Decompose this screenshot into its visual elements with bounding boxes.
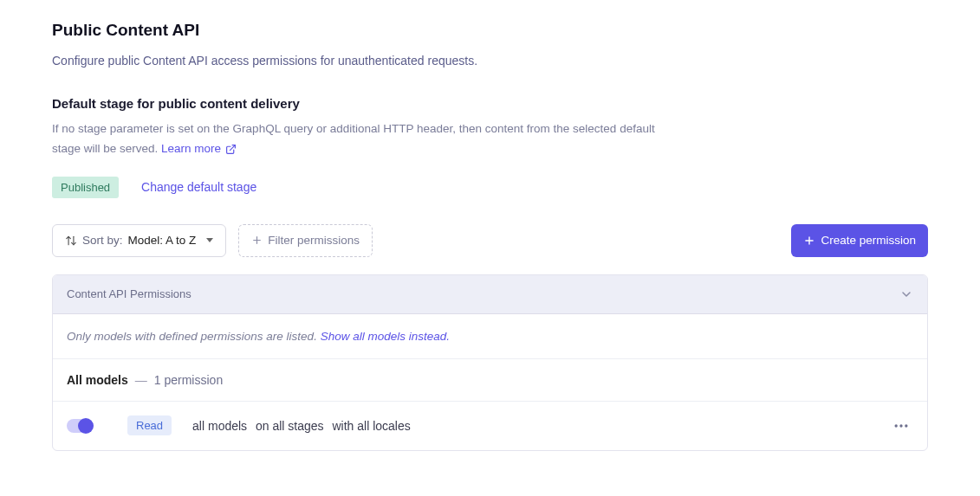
learn-more-link[interactable]: Learn more	[161, 139, 237, 159]
permission-row: Read all models on all stages with all l…	[53, 402, 927, 450]
svg-point-5	[895, 424, 898, 427]
permissions-panel: Content API Permissions Only models with…	[52, 274, 928, 451]
default-stage-description: If no stage parameter is set on the Grap…	[52, 119, 659, 159]
show-all-models-link[interactable]: Show all models instead.	[321, 330, 450, 343]
scope-stages: on all stages	[256, 419, 324, 433]
permission-group-row: All models — 1 permission	[53, 359, 927, 402]
toggle-knob	[78, 418, 94, 434]
page-title: Public Content API	[52, 21, 928, 40]
chevron-down-icon	[206, 238, 213, 242]
sort-value: Model: A to Z	[128, 234, 197, 247]
group-count: 1 permission	[154, 373, 223, 387]
permission-scope: all models on all stages with all locale…	[192, 419, 411, 433]
more-horizontal-icon	[892, 417, 910, 435]
chevron-down-icon	[899, 287, 913, 301]
scope-models: all models	[192, 419, 247, 433]
svg-point-6	[899, 424, 902, 427]
default-stage-heading: Default stage for public content deliver…	[52, 96, 928, 111]
permissions-panel-header[interactable]: Content API Permissions	[53, 275, 927, 314]
plus-icon	[251, 235, 263, 246]
create-permission-label: Create permission	[821, 234, 916, 247]
change-default-stage-link[interactable]: Change default stage	[141, 180, 256, 194]
svg-line-0	[230, 145, 236, 151]
svg-point-7	[905, 424, 907, 427]
learn-more-label: Learn more	[161, 139, 221, 159]
permission-more-button[interactable]	[889, 414, 913, 438]
plus-icon	[803, 235, 815, 247]
permissions-note-text: Only models with defined permissions are…	[67, 330, 321, 343]
create-permission-button[interactable]: Create permission	[791, 224, 928, 257]
group-title: All models	[67, 373, 128, 387]
page-subtitle: Configure public Content API access perm…	[52, 52, 928, 70]
permissions-note: Only models with defined permissions are…	[53, 314, 927, 359]
panel-header-title: Content API Permissions	[67, 287, 191, 300]
sort-icon	[65, 235, 77, 247]
sort-button[interactable]: Sort by: Model: A to Z	[52, 224, 226, 257]
permission-toggle[interactable]	[67, 419, 93, 433]
sort-label: Sort by:	[82, 234, 123, 247]
permission-action-badge: Read	[127, 415, 172, 435]
stage-badge: Published	[52, 177, 119, 198]
filter-permissions-button[interactable]: Filter permissions	[238, 224, 373, 257]
external-link-icon	[225, 144, 237, 155]
filter-label: Filter permissions	[268, 234, 360, 247]
default-stage-desc-text: If no stage parameter is set on the Grap…	[52, 122, 655, 155]
scope-locales: with all locales	[333, 419, 411, 433]
group-dash: —	[135, 373, 147, 387]
